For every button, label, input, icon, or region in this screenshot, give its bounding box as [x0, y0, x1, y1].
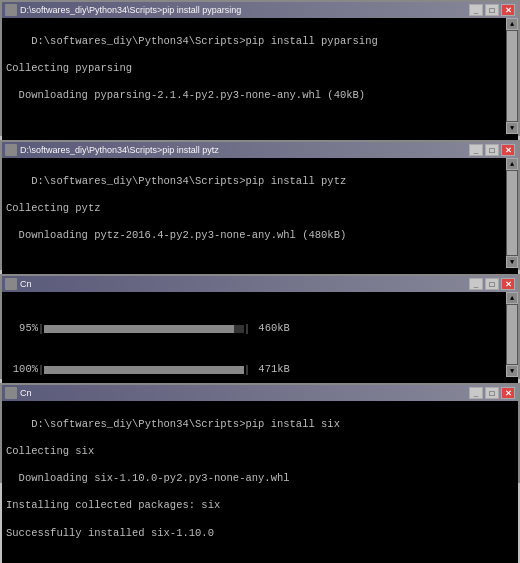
minimize-btn-3[interactable]: _ — [469, 387, 483, 399]
line-3-5: Successfully installed six-1.10.0 — [6, 527, 214, 539]
line-1-3: Downloading pyparsing-2.1.4-py2.py3-none… — [6, 89, 365, 101]
scroll-down-2b[interactable]: ▼ — [506, 365, 518, 377]
pct-label-2b-100a: 100% — [6, 363, 38, 377]
terminal-window-3: Cn _ □ ✕ D:\softwares_diy\Python34\Scrip… — [0, 383, 520, 483]
maximize-btn-1[interactable]: □ — [485, 4, 499, 16]
progress-2b-100a: 100% | | 471kB — [6, 363, 504, 377]
scroll-down-2[interactable]: ▼ — [506, 256, 518, 268]
console-3: D:\softwares_diy\Python34\Scripts>pip in… — [2, 401, 518, 563]
bar-fill-2b-100a — [44, 366, 244, 374]
title-text-3: Cn — [20, 388, 32, 398]
line-1-1: D:\softwares_diy\Python34\Scripts>pip in… — [31, 35, 378, 47]
window-icon-3 — [5, 387, 17, 399]
terminal-window-2b: Cn _ □ ✕ 95% | | 460kB 100% | | 471kB 10… — [0, 274, 520, 379]
progress-info-2b-95: 460kB — [252, 322, 290, 336]
scrollbar-2b[interactable]: ▲ ▼ — [506, 292, 518, 377]
scroll-thumb-2[interactable] — [507, 171, 517, 255]
progress-info-2b-100a: 471kB — [252, 363, 290, 377]
title-bar-left-2b: Cn — [5, 278, 32, 290]
line-1-2: Collecting pyparsing — [6, 62, 132, 74]
title-bar-buttons-2b: _ □ ✕ — [469, 278, 515, 290]
minimize-btn-2b[interactable]: _ — [469, 278, 483, 290]
scroll-up-2[interactable]: ▲ — [506, 158, 518, 170]
close-btn-3[interactable]: ✕ — [501, 387, 515, 399]
line-3-3: Downloading six-1.10.0-py2.py3-none-any.… — [6, 472, 290, 484]
window-icon-1 — [5, 4, 17, 16]
line-3-2: Collecting six — [6, 445, 94, 457]
terminal-window-2: D:\softwares_diy\Python34\Scripts>pip in… — [0, 140, 520, 270]
minimize-btn-1[interactable]: _ — [469, 4, 483, 16]
maximize-btn-2[interactable]: □ — [485, 144, 499, 156]
scroll-down-1[interactable]: ▼ — [506, 122, 518, 134]
title-bar-left-1: D:\softwares_diy\Python34\Scripts>pip in… — [5, 4, 241, 16]
title-bar-2b: Cn _ □ ✕ — [2, 276, 518, 292]
terminal-window-1: D:\softwares_diy\Python34\Scripts>pip in… — [0, 0, 520, 136]
line-2-3: Downloading pytz-2016.4-py2.py3-none-any… — [6, 229, 346, 241]
title-bar-1: D:\softwares_diy\Python34\Scripts>pip in… — [2, 2, 518, 18]
close-btn-2[interactable]: ✕ — [501, 144, 515, 156]
window-icon-2b — [5, 278, 17, 290]
title-text-2: D:\softwares_diy\Python34\Scripts>pip in… — [20, 145, 219, 155]
minimize-btn-2[interactable]: _ — [469, 144, 483, 156]
scrollbar-1[interactable]: ▲ ▼ — [506, 18, 518, 134]
progress-2b-95: 95% | | 460kB — [6, 322, 504, 336]
scrollbar-2[interactable]: ▲ ▼ — [506, 158, 518, 268]
bar-empty-2b-95 — [234, 325, 244, 333]
bar-fill-2b-95 — [44, 325, 234, 333]
scroll-up-1[interactable]: ▲ — [506, 18, 518, 30]
scroll-thumb-2b[interactable] — [507, 305, 517, 364]
title-bar-left-3: Cn — [5, 387, 32, 399]
title-bar-buttons-2: _ □ ✕ — [469, 144, 515, 156]
title-bar-buttons-3: _ □ ✕ — [469, 387, 515, 399]
close-btn-2b[interactable]: ✕ — [501, 278, 515, 290]
title-bar-left-2: D:\softwares_diy\Python34\Scripts>pip in… — [5, 144, 219, 156]
title-bar-2: D:\softwares_diy\Python34\Scripts>pip in… — [2, 142, 518, 158]
title-bar-buttons-1: _ □ ✕ — [469, 4, 515, 16]
line-2-2: Collecting pytz — [6, 202, 101, 214]
scroll-up-2b[interactable]: ▲ — [506, 292, 518, 304]
line-3-4: Installing collected packages: six — [6, 499, 220, 511]
scroll-thumb-1[interactable] — [507, 31, 517, 121]
maximize-btn-2b[interactable]: □ — [485, 278, 499, 290]
line-2-1: D:\softwares_diy\Python34\Scripts>pip in… — [31, 175, 346, 187]
close-btn-1[interactable]: ✕ — [501, 4, 515, 16]
line-3-1: D:\softwares_diy\Python34\Scripts>pip in… — [31, 418, 340, 430]
pct-label-2b-95: 95% — [6, 322, 38, 336]
window-icon-2 — [5, 144, 17, 156]
maximize-btn-3[interactable]: □ — [485, 387, 499, 399]
title-bar-3: Cn _ □ ✕ — [2, 385, 518, 401]
title-text-2b: Cn — [20, 279, 32, 289]
title-text-1: D:\softwares_diy\Python34\Scripts>pip in… — [20, 5, 241, 15]
